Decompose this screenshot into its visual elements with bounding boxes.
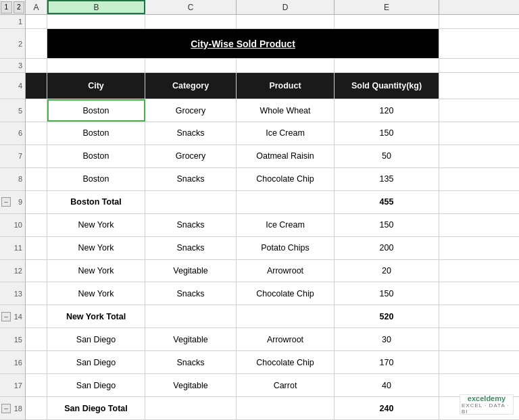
cell-a-5[interactable] bbox=[26, 99, 47, 122]
cell-qty-18[interactable]: 240 bbox=[335, 397, 439, 419]
cell-city-14[interactable]: New York Total bbox=[47, 305, 145, 327]
row-num-9: 9− bbox=[0, 191, 25, 214]
cell-product-6[interactable]: Ice Cream bbox=[237, 122, 335, 145]
cell-category-16[interactable]: Snacks bbox=[145, 351, 237, 373]
cell-category-18[interactable] bbox=[145, 397, 237, 419]
cell-qty-17[interactable]: 40 bbox=[335, 374, 439, 396]
grid-row-2: City-Wise Sold Product bbox=[26, 29, 519, 59]
cell-city-12[interactable]: New York bbox=[47, 260, 145, 282]
cell-a-13[interactable] bbox=[26, 282, 47, 305]
cell-product-9[interactable] bbox=[237, 191, 335, 213]
cell-product-14[interactable] bbox=[237, 305, 335, 327]
cell-3-cell-b[interactable] bbox=[47, 59, 145, 72]
collapse-btn-9[interactable]: − bbox=[1, 197, 11, 207]
grid-row-13: New YorkSnacksChocolate Chip150 bbox=[26, 282, 519, 305]
cell-qty-7[interactable]: 50 bbox=[335, 145, 439, 167]
cell-qty-10[interactable]: 150 bbox=[335, 214, 439, 236]
cell-category-5[interactable]: Grocery bbox=[145, 99, 237, 122]
collapse-btn-14[interactable]: − bbox=[1, 312, 11, 321]
cell-product-13[interactable]: Chocolate Chip bbox=[237, 282, 335, 305]
cell-qty-14[interactable]: 520 bbox=[335, 305, 439, 327]
cell-product-18[interactable] bbox=[237, 397, 335, 419]
cell-3-cell-d[interactable] bbox=[237, 59, 335, 72]
cell-category-9[interactable] bbox=[145, 191, 237, 213]
title-row-a bbox=[26, 29, 47, 58]
cell-city-10[interactable]: New York bbox=[47, 214, 145, 236]
cell-category-12[interactable]: Vegitable bbox=[145, 260, 237, 282]
cell-a-14[interactable] bbox=[26, 305, 47, 327]
cell-product-16[interactable]: Chocolate Chip bbox=[237, 351, 335, 373]
cell-a-10[interactable] bbox=[26, 214, 47, 236]
cell-qty-11[interactable]: 200 bbox=[335, 237, 439, 259]
cell-a-7[interactable] bbox=[26, 145, 47, 167]
cell-city-9[interactable]: Boston Total bbox=[47, 191, 145, 213]
cell-1-cell-d[interactable] bbox=[237, 15, 335, 28]
cell-product-5[interactable]: Whole Wheat bbox=[237, 99, 335, 122]
cell-1-cell-b[interactable] bbox=[47, 15, 145, 28]
col-btn-2[interactable]: 2 bbox=[14, 1, 25, 14]
col-btn-1[interactable]: 1 bbox=[1, 1, 12, 14]
grid-row-5: BostonGroceryWhole Wheat120 bbox=[26, 99, 519, 122]
top-bar: 1 2 A B C D E bbox=[0, 0, 519, 15]
cell-product-7[interactable]: Oatmeal Raisin bbox=[237, 145, 335, 167]
cell-a-18[interactable] bbox=[26, 397, 47, 419]
cell-city-11[interactable]: New York bbox=[47, 237, 145, 259]
cell-a-9[interactable] bbox=[26, 191, 47, 213]
cell-a-12[interactable] bbox=[26, 260, 47, 282]
cell-city-5[interactable]: Boston bbox=[47, 99, 145, 122]
cell-a-6[interactable] bbox=[26, 122, 47, 145]
cell-category-10[interactable]: Snacks bbox=[145, 214, 237, 236]
header-category: Category bbox=[145, 73, 237, 99]
cell-city-18[interactable]: San Diego Total bbox=[47, 397, 145, 419]
corner-cell: 1 2 bbox=[0, 0, 26, 14]
cell-qty-12[interactable]: 20 bbox=[335, 260, 439, 282]
cell-qty-15[interactable]: 30 bbox=[335, 328, 439, 350]
cell-qty-5[interactable]: 120 bbox=[335, 99, 439, 122]
cell-3-cell-e[interactable] bbox=[335, 59, 439, 72]
cell-product-11[interactable]: Potato Chips bbox=[237, 237, 335, 259]
cell-category-8[interactable]: Snacks bbox=[145, 168, 237, 190]
cell-product-12[interactable]: Arrowroot bbox=[237, 260, 335, 282]
cell-a-16[interactable] bbox=[26, 351, 47, 373]
cell-category-6[interactable]: Snacks bbox=[145, 122, 237, 145]
cell-1-cell-e[interactable] bbox=[335, 15, 439, 28]
cell-city-15[interactable]: San Diego bbox=[47, 328, 145, 350]
grid-row-16: San DiegoSnacksChocolate Chip170 bbox=[26, 351, 519, 374]
cell-1-cell-c[interactable] bbox=[145, 15, 237, 28]
cell-category-13[interactable]: Snacks bbox=[145, 282, 237, 305]
cell-category-17[interactable]: Vegitable bbox=[145, 374, 237, 396]
collapse-btn-18[interactable]: − bbox=[1, 404, 11, 413]
cell-3-cell-c[interactable] bbox=[145, 59, 237, 72]
cell-a-8[interactable] bbox=[26, 168, 47, 190]
cell-qty-16[interactable]: 170 bbox=[335, 351, 439, 373]
cell-product-10[interactable]: Ice Cream bbox=[237, 214, 335, 236]
cell-city-17[interactable]: San Diego bbox=[47, 374, 145, 396]
cell-city-16[interactable]: San Diego bbox=[47, 351, 145, 373]
cell-qty-8[interactable]: 135 bbox=[335, 168, 439, 190]
cell-product-8[interactable]: Chocolate Chip bbox=[237, 168, 335, 190]
cell-category-11[interactable]: Snacks bbox=[145, 237, 237, 259]
cell-category-15[interactable]: Vegitable bbox=[145, 328, 237, 350]
cell-3-cell-a[interactable] bbox=[26, 59, 47, 72]
cell-product-15[interactable]: Arrowroot bbox=[237, 328, 335, 350]
cell-city-8[interactable]: Boston bbox=[47, 168, 145, 190]
cell-a-11[interactable] bbox=[26, 237, 47, 259]
header-product: Product bbox=[237, 73, 335, 99]
cell-product-17[interactable]: Carrot bbox=[237, 374, 335, 396]
cell-qty-9[interactable]: 455 bbox=[335, 191, 439, 213]
col-a-header: A bbox=[26, 0, 47, 14]
cell-category-7[interactable]: Grocery bbox=[145, 145, 237, 167]
cell-qty-6[interactable]: 150 bbox=[335, 122, 439, 145]
header-city: City bbox=[47, 73, 145, 99]
cell-qty-13[interactable]: 150 bbox=[335, 282, 439, 305]
header-sold-qty: Sold Quantity(kg) bbox=[335, 73, 439, 99]
cell-category-14[interactable] bbox=[145, 305, 237, 327]
cell-city-6[interactable]: Boston bbox=[47, 122, 145, 145]
grid-row-1 bbox=[26, 15, 519, 29]
cell-1-cell-a[interactable] bbox=[26, 15, 47, 28]
cell-city-13[interactable]: New York bbox=[47, 282, 145, 305]
grid-row-18: San Diego Total240 bbox=[26, 397, 519, 420]
cell-city-7[interactable]: Boston bbox=[47, 145, 145, 167]
cell-a-15[interactable] bbox=[26, 328, 47, 350]
cell-a-17[interactable] bbox=[26, 374, 47, 396]
